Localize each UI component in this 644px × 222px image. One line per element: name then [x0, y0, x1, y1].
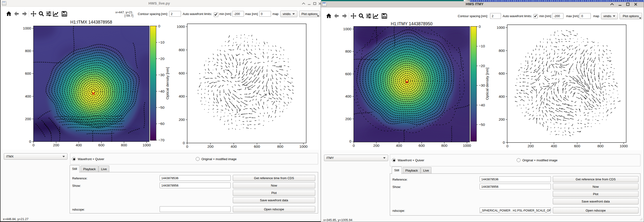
svg-text:0: 0: [183, 141, 185, 145]
svg-text:400: 400: [179, 94, 185, 98]
svg-text:800: 800: [121, 143, 127, 147]
svg-text:600: 600: [25, 71, 31, 75]
svg-text:−50: −50: [479, 123, 485, 127]
svg-text:−30: −30: [158, 73, 164, 77]
svg-text:400: 400: [76, 143, 82, 147]
svg-text:Optical density [nm]: Optical density [nm]: [165, 67, 169, 99]
svg-text:200: 200: [179, 118, 185, 122]
svg-text:−70: −70: [158, 138, 164, 142]
svg-text:1000: 1000: [497, 26, 505, 30]
svg-text:−40: −40: [158, 89, 164, 93]
svg-text:200: 200: [373, 143, 379, 147]
svg-text:−60: −60: [158, 122, 164, 126]
svg-text:1000: 1000: [620, 144, 628, 148]
svg-text:−30: −30: [479, 83, 485, 87]
svg-text:200: 200: [25, 117, 31, 121]
svg-text:0: 0: [349, 139, 351, 143]
svg-text:0: 0: [29, 139, 31, 143]
svg-text:1000: 1000: [177, 25, 185, 29]
svg-text:0: 0: [479, 25, 481, 29]
svg-text:−10: −10: [479, 44, 485, 48]
svg-text:600: 600: [98, 143, 104, 147]
svg-text:H1:ITMY 1443878950: H1:ITMY 1443878950: [391, 22, 432, 26]
svg-text:400: 400: [551, 144, 557, 148]
svg-text:−10: −10: [158, 40, 164, 44]
svg-text:200: 200: [528, 144, 534, 148]
svg-text:800: 800: [598, 144, 604, 148]
svg-text:−40: −40: [479, 103, 485, 107]
svg-text:Optical density [nm]: Optical density [nm]: [485, 68, 489, 100]
svg-text:1000: 1000: [142, 143, 151, 147]
svg-text:800: 800: [25, 49, 31, 53]
svg-text:0: 0: [503, 140, 505, 144]
svg-text:0: 0: [353, 143, 355, 147]
svg-text:−20: −20: [479, 64, 485, 68]
svg-text:600: 600: [418, 143, 425, 147]
svg-text:400: 400: [345, 94, 351, 98]
svg-text:800: 800: [441, 143, 447, 147]
svg-text:400: 400: [231, 144, 237, 148]
svg-text:800: 800: [277, 144, 284, 148]
svg-text:−50: −50: [158, 105, 164, 109]
svg-text:200: 200: [53, 143, 59, 147]
svg-text:400: 400: [498, 94, 505, 99]
svg-text:600: 600: [179, 71, 185, 75]
svg-text:600: 600: [254, 144, 260, 148]
svg-text:1000: 1000: [463, 143, 471, 147]
svg-text:1000: 1000: [23, 26, 31, 30]
svg-text:600: 600: [498, 71, 505, 75]
svg-text:200: 200: [498, 117, 505, 121]
svg-text:0: 0: [506, 144, 508, 148]
svg-text:0: 0: [186, 144, 188, 148]
svg-text:800: 800: [345, 49, 351, 53]
svg-text:1000: 1000: [343, 27, 352, 31]
svg-text:0: 0: [32, 143, 35, 147]
svg-text:400: 400: [396, 143, 402, 147]
svg-text:600: 600: [574, 144, 580, 148]
svg-text:200: 200: [345, 117, 351, 121]
svg-text:H1:ITMX 1443878958: H1:ITMX 1443878958: [70, 20, 112, 25]
svg-text:400: 400: [25, 94, 31, 98]
svg-text:800: 800: [498, 49, 505, 53]
svg-text:600: 600: [345, 72, 351, 76]
svg-text:−20: −20: [158, 57, 164, 61]
svg-text:0: 0: [158, 24, 160, 28]
svg-text:1000: 1000: [299, 144, 308, 148]
svg-text:200: 200: [208, 144, 214, 148]
svg-text:800: 800: [179, 48, 185, 52]
